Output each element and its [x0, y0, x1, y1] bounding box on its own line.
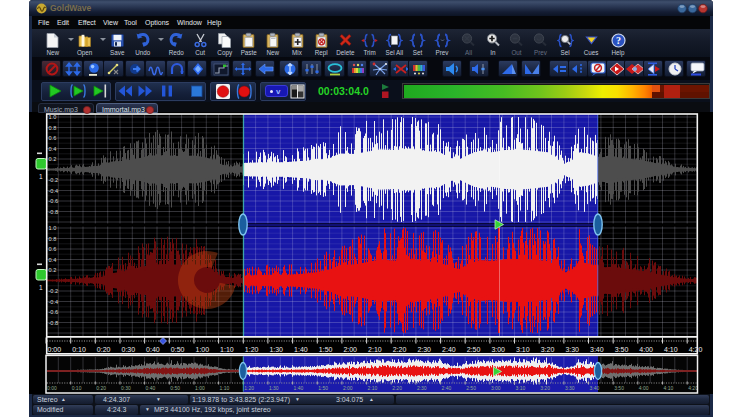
svg-text:1:30: 1:30: [269, 346, 283, 353]
svg-text:0.2: 0.2: [49, 156, 57, 162]
svg-text:-0.6: -0.6: [49, 309, 59, 315]
svg-text:2:30: 2:30: [417, 346, 431, 353]
svg-text:2:00: 2:00: [343, 385, 353, 391]
svg-text:0:40: 0:40: [146, 385, 156, 391]
svg-text:1:00: 1:00: [196, 346, 210, 353]
svg-text:-0.4: -0.4: [49, 188, 59, 194]
svg-text:3:00: 3:00: [491, 385, 501, 391]
svg-text:4:20: 4:20: [689, 346, 703, 353]
svg-text:1.0: 1.0: [49, 225, 57, 231]
svg-text:1:20: 1:20: [244, 385, 254, 391]
svg-text:-0.8: -0.8: [49, 209, 59, 215]
svg-text:0:30: 0:30: [121, 385, 131, 391]
svg-text:3:50: 3:50: [614, 385, 624, 391]
svg-text:4:00: 4:00: [639, 385, 649, 391]
svg-text:2:10: 2:10: [368, 385, 378, 391]
svg-text:3:40: 3:40: [590, 346, 604, 353]
svg-text:4:20: 4:20: [688, 385, 698, 391]
svg-text:2:20: 2:20: [392, 385, 402, 391]
svg-text:4:10: 4:10: [664, 346, 678, 353]
svg-text:1:10: 1:10: [220, 385, 230, 391]
svg-text:0.4: 0.4: [49, 257, 57, 263]
svg-text:3:20: 3:20: [540, 385, 550, 391]
svg-text:-0.2: -0.2: [49, 177, 59, 183]
svg-text:0:20: 0:20: [96, 385, 106, 391]
svg-text:0.8: 0.8: [49, 125, 57, 131]
svg-text:0:50: 0:50: [170, 385, 180, 391]
svg-text:0.6: 0.6: [49, 246, 57, 252]
svg-text:3:10: 3:10: [516, 346, 530, 353]
svg-text:0.4: 0.4: [49, 146, 57, 152]
svg-text:1:40: 1:40: [294, 385, 304, 391]
svg-text:0.8: 0.8: [49, 236, 57, 242]
svg-text:1.0: 1.0: [49, 114, 57, 120]
svg-text:3:00: 3:00: [491, 346, 505, 353]
svg-text:2:40: 2:40: [442, 385, 452, 391]
svg-text:2:40: 2:40: [442, 346, 456, 353]
svg-text:1:30: 1:30: [269, 385, 279, 391]
svg-text:1: 1: [39, 173, 43, 180]
svg-text:2:30: 2:30: [417, 385, 427, 391]
svg-text:3:40: 3:40: [590, 385, 600, 391]
svg-text:2:20: 2:20: [393, 346, 407, 353]
svg-text:3:20: 3:20: [541, 346, 555, 353]
svg-text:1:50: 1:50: [319, 346, 333, 353]
svg-text:1:40: 1:40: [294, 346, 308, 353]
svg-text:1:20: 1:20: [245, 346, 259, 353]
svg-text:4:10: 4:10: [664, 385, 674, 391]
svg-text:0:00: 0:00: [47, 385, 57, 391]
svg-text:1:10: 1:10: [220, 346, 234, 353]
svg-text:0.2: 0.2: [49, 267, 57, 273]
svg-text:3:30: 3:30: [565, 346, 579, 353]
svg-text:1:50: 1:50: [318, 385, 328, 391]
svg-text:3:50: 3:50: [615, 346, 629, 353]
svg-text:2:50: 2:50: [466, 385, 476, 391]
svg-text:0:50: 0:50: [171, 346, 185, 353]
svg-text:-0.6: -0.6: [49, 198, 59, 204]
svg-text:1:00: 1:00: [195, 385, 205, 391]
svg-text:0:40: 0:40: [146, 346, 160, 353]
svg-text:0:00: 0:00: [48, 346, 62, 353]
svg-text:0:20: 0:20: [97, 346, 111, 353]
svg-text:0.6: 0.6: [49, 135, 57, 141]
svg-text:-0.2: -0.2: [49, 288, 59, 294]
svg-text:0:30: 0:30: [122, 346, 136, 353]
svg-text:-0.8: -0.8: [49, 320, 59, 326]
svg-text:1: 1: [39, 284, 43, 291]
svg-text:3:10: 3:10: [516, 385, 526, 391]
svg-text:0:10: 0:10: [72, 346, 86, 353]
svg-text:?: ?: [616, 35, 621, 46]
svg-text:3:30: 3:30: [565, 385, 575, 391]
svg-text:0:10: 0:10: [72, 385, 82, 391]
svg-text:2:10: 2:10: [368, 346, 382, 353]
svg-text:2:50: 2:50: [467, 346, 481, 353]
svg-text:4:00: 4:00: [639, 346, 653, 353]
svg-text:-0.4: -0.4: [49, 299, 59, 305]
svg-text:2:00: 2:00: [343, 346, 357, 353]
